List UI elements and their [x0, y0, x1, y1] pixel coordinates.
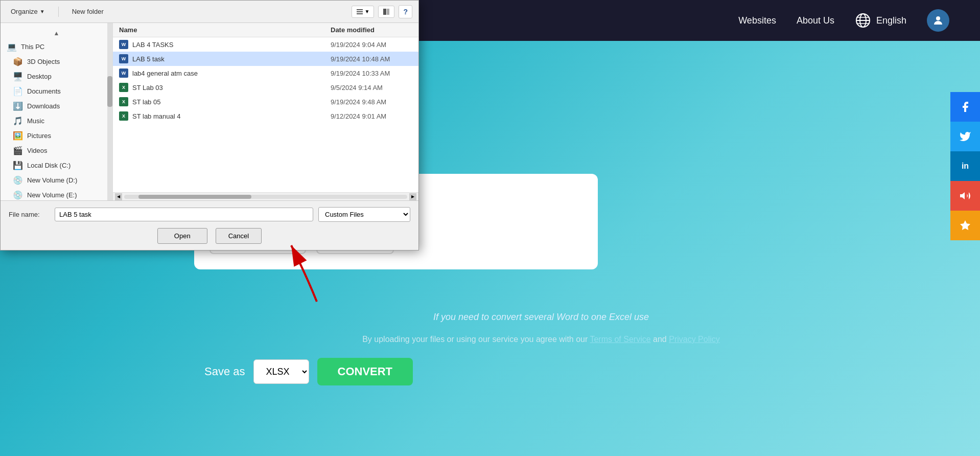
terms-text: By uploading your files or using our ser…	[153, 335, 929, 344]
nav-about-us[interactable]: About Us	[797, 15, 834, 26]
convert-text: If you need to convert several Word to o…	[153, 312, 929, 323]
file-row[interactable]: W lab4 general atm case 9/19/2024 10:33 …	[113, 66, 418, 80]
svg-rect-11	[387, 9, 389, 15]
sidebar-item-this-pc[interactable]: 💻 This PC	[1, 39, 112, 54]
new-folder-label: New folder	[72, 8, 104, 15]
sidebar-item-downloads[interactable]: ⬇️ Downloads	[1, 99, 112, 113]
hscroll-right-arrow[interactable]: ▶	[409, 193, 416, 200]
file-date: 9/19/2024 9:48 AM	[331, 98, 412, 106]
file-name: ST Lab 03	[132, 84, 326, 92]
sidebar-item-local-disk-c[interactable]: 💾 Local Disk (C:)	[1, 158, 112, 173]
details-pane-icon	[383, 8, 390, 15]
file-date: 9/19/2024 10:48 AM	[331, 55, 412, 63]
format-select[interactable]: XLSXCSVODS	[253, 359, 309, 384]
linkedin-button[interactable]: in	[950, 151, 980, 181]
sidebar-item-pictures[interactable]: 🖼️ Pictures	[1, 128, 112, 143]
nav-websites[interactable]: Websites	[738, 15, 776, 26]
social-bar: in	[950, 92, 980, 240]
videos-icon: 🎬	[13, 146, 23, 155]
privacy-link[interactable]: Privacy Policy	[669, 335, 720, 344]
filename-label: File name:	[9, 211, 50, 218]
hscroll-track[interactable]	[124, 195, 407, 199]
sidebar-item-desktop[interactable]: 🖥️ Desktop	[1, 69, 112, 84]
new-volume-d-label: New Volume (D:)	[27, 176, 77, 184]
horizontal-scrollbar[interactable]: ◀ ▶	[113, 192, 418, 200]
hscroll-left-arrow[interactable]: ◀	[115, 193, 122, 200]
dialog-bottom: File name: Custom Files Open Cancel	[1, 200, 418, 250]
file-row[interactable]: W LAB 5 task 9/19/2024 10:48 AM	[113, 52, 418, 66]
view-button[interactable]: ▼	[352, 6, 375, 18]
downloads-icon: ⬇️	[13, 101, 23, 111]
help-icon: ?	[403, 8, 408, 16]
svg-rect-7	[357, 9, 363, 10]
file-row[interactable]: X ST lab 05 9/19/2024 9:48 AM	[113, 95, 418, 109]
local-disk-c-label: Local Disk (C:)	[27, 162, 71, 169]
favorite-button[interactable]	[950, 211, 980, 240]
documents-label: Documents	[27, 87, 61, 95]
new-volume-e-label: New Volume (E:)	[27, 191, 77, 199]
svg-rect-9	[357, 13, 363, 14]
file-date: 9/12/2024 9:01 AM	[331, 112, 412, 120]
excel-file-icon: X	[119, 97, 128, 106]
language-label: English	[876, 15, 906, 26]
column-date[interactable]: Date modified	[331, 26, 412, 34]
word-file-icon: W	[119, 54, 128, 63]
announcement-button[interactable]	[950, 181, 980, 211]
sidebar-item-3d-objects[interactable]: 📦 3D Objects	[1, 54, 112, 69]
sidebar-item-music[interactable]: 🎵 Music	[1, 113, 112, 128]
dialog-filelist: Name Date modified W LAB 4 TASKS 9/19/20…	[113, 23, 418, 200]
this-pc-label: This PC	[21, 43, 44, 51]
file-name: ST lab manual 4	[132, 112, 326, 120]
facebook-button[interactable]	[950, 92, 980, 122]
music-label: Music	[27, 117, 44, 125]
view-dropdown-icon: ▼	[365, 9, 370, 14]
file-date: 9/19/2024 9:04 AM	[331, 41, 412, 49]
toolbar-separator	[58, 7, 59, 17]
sidebar-scrollbar[interactable]	[107, 23, 112, 200]
file-row[interactable]: X ST lab manual 4 9/12/2024 9:01 AM	[113, 109, 418, 123]
sidebar-scrollbar-thumb	[107, 76, 112, 107]
file-row[interactable]: W LAB 4 TASKS 9/19/2024 9:04 AM	[113, 37, 418, 52]
filename-input[interactable]	[55, 208, 313, 221]
file-name: lab4 general atm case	[132, 70, 326, 77]
convert-button[interactable]: CONVERT	[317, 358, 413, 385]
save-as-bar: Save as XLSXCSVODS CONVERT	[204, 358, 413, 385]
details-pane-button[interactable]	[378, 6, 394, 18]
organize-button[interactable]: Organize ▼	[7, 6, 49, 17]
help-button[interactable]: ?	[399, 5, 412, 18]
column-name[interactable]: Name	[119, 26, 331, 34]
globe-icon	[855, 12, 871, 29]
cancel-button[interactable]: Cancel	[216, 228, 262, 244]
sidebar-item-new-volume-e[interactable]: 💿 New Volume (E:)	[1, 188, 112, 200]
file-row[interactable]: X ST Lab 03 9/5/2024 9:14 AM	[113, 80, 418, 95]
word-file-icon: W	[119, 69, 128, 78]
sidebar-item-new-volume-d[interactable]: 💿 New Volume (D:)	[1, 173, 112, 188]
file-dialog: Organize ▼ New folder ▼	[0, 0, 419, 250]
open-button[interactable]: Open	[157, 228, 207, 244]
filetype-select[interactable]: Custom Files	[318, 207, 410, 222]
dialog-toolbar: Organize ▼ New folder ▼	[1, 1, 418, 23]
new-folder-button[interactable]: New folder	[68, 6, 108, 17]
sidebar-scroll-up[interactable]: ▲	[1, 27, 112, 39]
pictures-label: Pictures	[27, 132, 51, 140]
word-file-icon: W	[119, 40, 128, 49]
organize-dropdown-icon: ▼	[40, 9, 45, 14]
documents-icon: 📄	[13, 86, 23, 96]
local-disk-c-icon: 💾	[13, 161, 23, 170]
save-as-label: Save as	[204, 365, 245, 378]
user-avatar[interactable]	[927, 9, 949, 32]
twitter-button[interactable]	[950, 122, 980, 151]
nav-language[interactable]: English	[855, 12, 906, 29]
file-name: LAB 5 task	[132, 55, 326, 63]
file-date: 9/5/2024 9:14 AM	[331, 84, 412, 92]
videos-label: Videos	[27, 147, 48, 154]
desktop-icon: 🖥️	[13, 72, 23, 81]
sidebar-item-videos[interactable]: 🎬 Videos	[1, 143, 112, 158]
sidebar-item-documents[interactable]: 📄 Documents	[1, 84, 112, 99]
terms-link[interactable]: Terms of Service	[590, 335, 650, 344]
file-name: ST lab 05	[132, 98, 326, 106]
this-pc-icon: 💻	[7, 42, 17, 52]
file-name: LAB 4 TASKS	[132, 41, 326, 49]
svg-rect-8	[357, 11, 363, 12]
3d-objects-icon: 📦	[13, 57, 23, 66]
